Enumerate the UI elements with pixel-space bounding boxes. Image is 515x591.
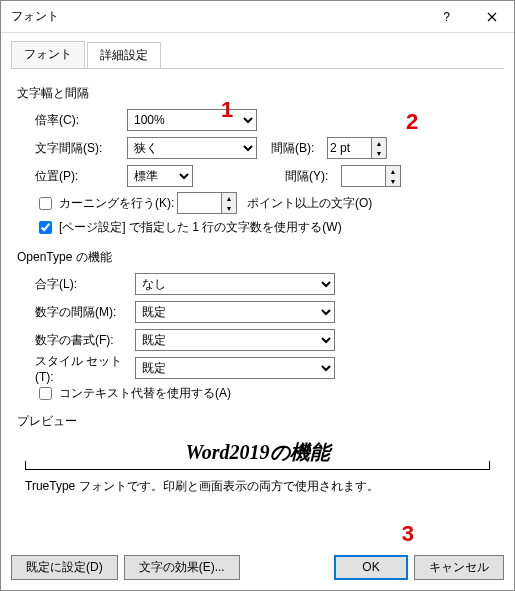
ligature-label: 合字(L): — [35, 276, 135, 293]
spin-down-icon[interactable]: ▼ — [222, 203, 236, 213]
tab-panel-advanced: 文字幅と間隔 倍率(C): 100% 1 文字間隔(S): 狭く 間隔(B): … — [11, 68, 504, 545]
page-setup-checkbox[interactable] — [39, 221, 52, 234]
position-by-input[interactable] — [341, 165, 385, 187]
ligature-select[interactable]: なし — [135, 273, 335, 295]
ok-button[interactable]: OK — [334, 555, 408, 580]
char-spacing-by-input[interactable] — [327, 137, 371, 159]
scale-label: 倍率(C): — [35, 112, 127, 129]
position-by-label: 間隔(Y): — [285, 168, 341, 185]
preview-text: Word2019の機能 — [185, 439, 329, 466]
tab-advanced[interactable]: 詳細設定 — [87, 42, 161, 69]
kerning-spinner[interactable]: ▲▼ — [177, 192, 237, 214]
set-default-button[interactable]: 既定に設定(D) — [11, 555, 118, 580]
scale-select[interactable]: 100% — [127, 109, 257, 131]
preview-box: Word2019の機能 — [25, 436, 490, 470]
titlebar: フォント ? — [1, 1, 514, 33]
styleset-select[interactable]: 既定 — [135, 357, 335, 379]
page-setup-label: [ページ設定] で指定した 1 行の文字数を使用する(W) — [59, 219, 342, 236]
close-icon — [487, 12, 497, 22]
spin-up-icon[interactable]: ▲ — [222, 193, 236, 203]
font-note: TrueType フォントです。印刷と画面表示の両方で使用されます。 — [25, 478, 492, 495]
context-checkbox[interactable] — [39, 387, 52, 400]
spin-up-icon[interactable]: ▲ — [386, 166, 400, 176]
font-dialog: フォント ? フォント 詳細設定 文字幅と間隔 倍率(C): 100% 1 文字… — [0, 0, 515, 591]
section-opentype-title: OpenType の機能 — [17, 249, 498, 266]
position-by-spinner[interactable]: ▲▼ — [341, 165, 401, 187]
annotation-1: 1 — [221, 97, 233, 123]
kerning-input[interactable] — [177, 192, 221, 214]
numspacing-label: 数字の間隔(M): — [35, 304, 135, 321]
text-effects-button[interactable]: 文字の効果(E)... — [124, 555, 240, 580]
styleset-label: スタイル セット(T): — [35, 353, 135, 384]
tab-strip: フォント 詳細設定 — [11, 41, 504, 68]
dialog-footer: 既定に設定(D) 文字の効果(E)... 3 OK キャンセル — [1, 545, 514, 590]
char-spacing-select[interactable]: 狭く — [127, 137, 257, 159]
char-spacing-label: 文字間隔(S): — [35, 140, 127, 157]
kerning-unit-label: ポイント以上の文字(O) — [247, 195, 372, 212]
section-preview-title: プレビュー — [17, 413, 498, 430]
spin-down-icon[interactable]: ▼ — [386, 176, 400, 186]
spin-down-icon[interactable]: ▼ — [372, 148, 386, 158]
position-label: 位置(P): — [35, 168, 127, 185]
annotation-2: 2 — [406, 109, 418, 135]
dialog-title: フォント — [1, 8, 424, 25]
numform-label: 数字の書式(F): — [35, 332, 135, 349]
section-spacing-title: 文字幅と間隔 — [17, 85, 498, 102]
help-button[interactable]: ? — [424, 2, 469, 32]
kerning-checkbox[interactable] — [39, 197, 52, 210]
kerning-label: カーニングを行う(K): — [59, 195, 177, 212]
position-select[interactable]: 標準 — [127, 165, 193, 187]
tab-font[interactable]: フォント — [11, 41, 85, 68]
cancel-button[interactable]: キャンセル — [414, 555, 504, 580]
annotation-3: 3 — [402, 521, 414, 547]
numform-select[interactable]: 既定 — [135, 329, 335, 351]
char-spacing-by-label: 間隔(B): — [271, 140, 327, 157]
char-spacing-by-spinner[interactable]: ▲▼ — [327, 137, 387, 159]
numspacing-select[interactable]: 既定 — [135, 301, 335, 323]
spin-up-icon[interactable]: ▲ — [372, 138, 386, 148]
close-button[interactable] — [469, 2, 514, 32]
context-label: コンテキスト代替を使用する(A) — [59, 385, 231, 402]
